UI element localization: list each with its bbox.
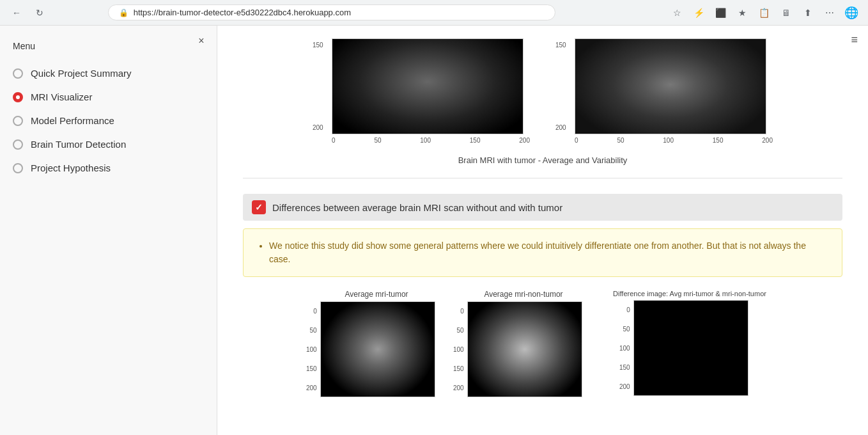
- info-box: We notice this study did show some gener…: [243, 228, 842, 277]
- section-divider: [243, 178, 842, 178]
- browser-chrome: ← ↻ 🔒 https://brain-tumor-detector-e5d30…: [0, 0, 868, 26]
- radio-mri-visualizer: [13, 92, 23, 102]
- radio-project-hypothesis: [13, 163, 23, 173]
- info-list-item: We notice this study did show some gener…: [269, 239, 829, 266]
- mri-images-row: 150 200 0 50 100 150 200: [243, 38, 842, 145]
- bottom-img-non-tumor: [467, 301, 582, 397]
- collapsible-title: Differences between average brain MRI sc…: [272, 202, 562, 213]
- brain-visualization-right: [575, 39, 766, 134]
- brain-tumor-visual: [321, 302, 435, 397]
- mri-image-right: [575, 38, 766, 134]
- url-text: https://brain-tumor-detector-e5d30222dbc…: [134, 8, 351, 17]
- bottom-img-tumor: [320, 301, 435, 397]
- mri-image-left: [332, 38, 523, 134]
- bottom-plot-container-non-tumor: 0 50 100 150 200: [467, 301, 595, 397]
- bottom-plot-tumor: Average mri-tumor 0 50 100 150 200: [306, 290, 447, 397]
- sidebar-item-project-hypothesis[interactable]: Project Hypothesis: [0, 156, 217, 180]
- bottom-plot-container-diff: 0 50 100 150 200: [633, 300, 761, 396]
- sidebar-item-model-performance[interactable]: Model Performance: [0, 109, 217, 132]
- bottom-img-diff: [633, 300, 748, 396]
- radio-brain-tumor-detection: [13, 139, 23, 150]
- mri-plot-left: 150 200 0 50 100 150 200: [332, 38, 530, 145]
- mri-y-axis-right: 150 200: [555, 38, 566, 134]
- bottom-y-axis-diff: 0 50 100 150 200: [619, 300, 630, 396]
- bottom-y-axis-tumor: 0 50 100 150 200: [306, 301, 317, 397]
- extensions-icon[interactable]: ⚡: [690, 4, 708, 22]
- sidebar-menu-label: Menu: [0, 36, 217, 61]
- bottom-plot-title-tumor: Average mri-tumor: [345, 290, 408, 299]
- sidebar-item-mri-visualizer[interactable]: MRI Visualizer: [0, 85, 217, 109]
- screenshare-icon[interactable]: 🖥: [777, 4, 795, 22]
- bottom-images-row: Average mri-tumor 0 50 100 150 200: [243, 290, 842, 397]
- sidebar-item-label: Project Hypothesis: [31, 162, 111, 173]
- bookmark-icon[interactable]: ★: [734, 4, 752, 22]
- address-bar[interactable]: 🔒 https://brain-tumor-detector-e5d30222d…: [108, 4, 555, 20]
- checkbox-checked-icon: [252, 200, 266, 214]
- hamburger-menu-icon[interactable]: ≡: [851, 33, 858, 47]
- share-icon[interactable]: ⬆: [799, 4, 817, 22]
- bottom-y-axis-non-tumor: 0 50 100 150 200: [453, 301, 464, 397]
- back-button[interactable]: ←: [8, 4, 26, 22]
- brain-non-tumor-visual: [468, 302, 582, 397]
- collapsible-header[interactable]: Differences between average brain MRI sc…: [243, 194, 842, 221]
- brain-diff-visual: [634, 301, 748, 395]
- bottom-plot-non-tumor: Average mri-non-tumor 0 50 100 150 200: [453, 290, 594, 397]
- bottom-plot-title-diff: Difference image: Avg mri-tumor & mri-no…: [613, 290, 766, 297]
- clipboard-icon[interactable]: 📋: [756, 4, 773, 22]
- bottom-plot-container-tumor: 0 50 100 150 200: [320, 301, 448, 397]
- mri-plot-right: 150 200 0 50 100 150 200: [575, 38, 773, 145]
- mri-x-axis-right: 0 50 100 150 200: [575, 136, 773, 145]
- more-icon[interactable]: ⋯: [821, 4, 839, 22]
- sidebar-item-label: Model Performance: [31, 115, 114, 126]
- lock-icon: 🔒: [119, 8, 128, 17]
- sidebar-item-quick-project-summary[interactable]: Quick Project Summary: [0, 61, 217, 85]
- mri-x-axis-left: 0 50 100 150 200: [332, 136, 530, 145]
- bottom-plot-title-non-tumor: Average mri-non-tumor: [484, 290, 562, 299]
- sidebar-close-button[interactable]: ×: [194, 33, 209, 49]
- bottom-plot-diff: Difference image: Avg mri-tumor & mri-no…: [600, 290, 779, 397]
- sidebar-item-label: MRI Visualizer: [31, 91, 92, 102]
- edge-icon: 🌐: [842, 4, 860, 22]
- sidebar-item-brain-tumor-detection[interactable]: Brain Tumor Detection: [0, 132, 217, 156]
- reload-button[interactable]: ↻: [31, 4, 49, 22]
- app-layout: × Menu Quick Project Summary MRI Visuali…: [0, 26, 868, 435]
- brain-visualization-left: [332, 39, 523, 134]
- main-content: 150 200 0 50 100 150 200: [217, 26, 868, 435]
- mri-y-axis-left: 150 200: [313, 38, 323, 134]
- sidebar-item-label: Brain Tumor Detection: [31, 139, 126, 150]
- star-icon[interactable]: ☆: [669, 4, 686, 22]
- sidebar-item-label: Quick Project Summary: [31, 68, 132, 79]
- mri-caption: Brain MRI with tumor - Average and Varia…: [243, 155, 842, 165]
- radio-quick-project-summary: [13, 68, 23, 79]
- sidebar: × Menu Quick Project Summary MRI Visuali…: [0, 26, 217, 435]
- radio-model-performance: [13, 116, 23, 126]
- sidebar-toggle-icon[interactable]: ⬛: [712, 4, 730, 22]
- info-list: We notice this study did show some gener…: [256, 239, 829, 266]
- browser-actions: ☆ ⚡ ⬛ ★ 📋 🖥 ⬆ ⋯ 🌐: [669, 4, 860, 22]
